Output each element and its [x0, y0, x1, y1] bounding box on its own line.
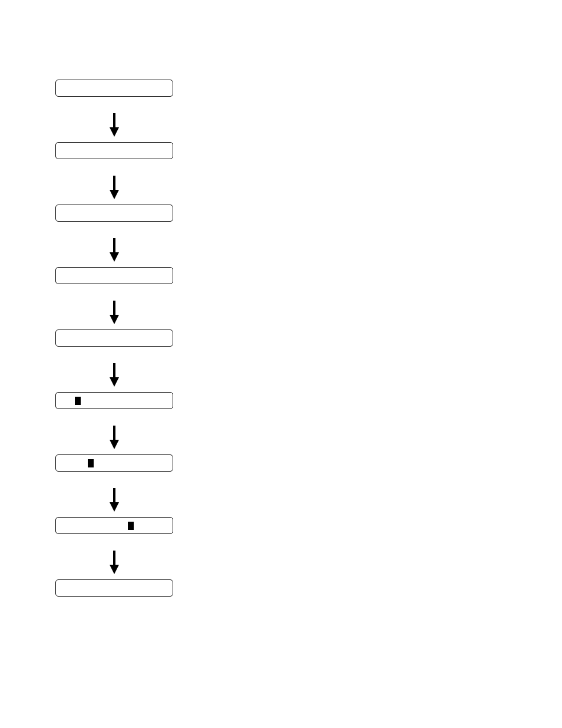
step-box-2 — [55, 142, 173, 159]
step-box-9 — [55, 579, 173, 597]
position-marker — [88, 459, 94, 467]
arrow-down-icon — [108, 551, 120, 574]
step-box-8 — [55, 517, 173, 534]
position-marker — [128, 522, 134, 530]
step-box-6 — [55, 392, 173, 409]
step-box-1 — [55, 80, 173, 97]
svg-marker-13 — [110, 502, 119, 512]
svg-marker-11 — [110, 440, 119, 449]
flowchart — [55, 80, 173, 597]
arrow-down-icon — [108, 176, 120, 199]
step-box-4 — [55, 267, 173, 284]
arrow-down-icon — [108, 426, 120, 449]
position-marker — [75, 397, 81, 405]
svg-marker-9 — [110, 377, 119, 387]
svg-marker-7 — [110, 315, 119, 324]
arrow-down-icon — [108, 113, 120, 137]
arrow-down-icon — [108, 301, 120, 324]
svg-marker-1 — [110, 127, 119, 137]
svg-marker-15 — [110, 565, 119, 574]
arrow-down-icon — [108, 488, 120, 512]
step-box-3 — [55, 205, 173, 222]
step-box-7 — [55, 454, 173, 472]
svg-marker-3 — [110, 190, 119, 199]
step-box-5 — [55, 330, 173, 347]
svg-marker-5 — [110, 252, 119, 262]
arrow-down-icon — [108, 238, 120, 262]
arrow-down-icon — [108, 363, 120, 387]
